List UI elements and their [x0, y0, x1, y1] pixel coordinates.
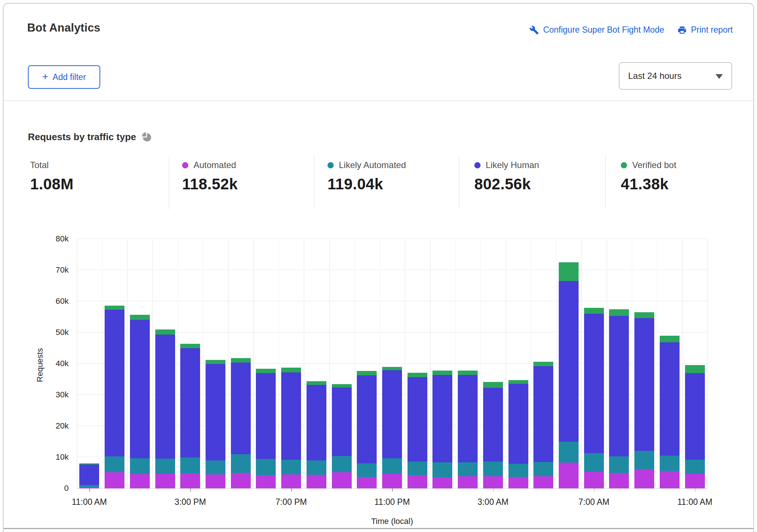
- bar-slot: [279, 239, 304, 488]
- stacked-bar-12-00-am[interactable]: [408, 239, 427, 488]
- segment-verified-bot: [432, 371, 452, 375]
- bar-slot: [329, 239, 354, 488]
- stacked-bar-3-00-am[interactable]: [483, 239, 503, 488]
- segment-verified-bot: [458, 371, 478, 375]
- stacked-bar-6-00-pm[interactable]: [256, 239, 276, 488]
- segment-likely-automated: [634, 451, 654, 469]
- pie-chart-icon: [142, 132, 152, 143]
- stacked-bar-11-00-am[interactable]: [79, 239, 99, 488]
- stat-label: Automated: [193, 160, 236, 170]
- segment-verified-bot: [332, 384, 352, 387]
- stacked-bar-6-00-am[interactable]: [559, 239, 579, 488]
- segment-likely-automated: [533, 462, 553, 476]
- stacked-bar-1-00-am[interactable]: [432, 239, 452, 488]
- stacked-bar-4-00-am[interactable]: [508, 239, 528, 488]
- stat-value: 1.08M: [30, 175, 169, 193]
- stacked-bar-1-00-pm[interactable]: [130, 239, 150, 488]
- segment-automated: [559, 463, 579, 488]
- segment-automated: [206, 474, 225, 488]
- bar-slot: [127, 239, 152, 488]
- segment-automated: [584, 472, 604, 488]
- bar-slot: [657, 239, 682, 488]
- segment-likely-human: [609, 316, 629, 456]
- segment-verified-bot: [357, 371, 377, 376]
- stacked-bar-10-00-pm[interactable]: [357, 239, 377, 488]
- print-report-link[interactable]: Print report: [677, 25, 733, 35]
- stacked-bar-4-00-pm[interactable]: [206, 239, 225, 488]
- bar-slot: [481, 239, 506, 488]
- segment-verified-bot: [609, 309, 629, 316]
- stacked-bar-5-00-am[interactable]: [533, 239, 553, 488]
- segment-automated: [256, 475, 276, 488]
- stacked-bar-3-00-pm[interactable]: [180, 239, 200, 488]
- x-tick: [493, 488, 494, 492]
- section-title-row: Requests by traffic type: [28, 131, 152, 143]
- segment-automated: [105, 472, 124, 488]
- x-tick: [594, 488, 595, 492]
- page-title: Bot Analytics: [27, 21, 101, 34]
- stacked-bar-10-00-am[interactable]: [660, 239, 680, 488]
- segment-verified-bot: [559, 262, 579, 281]
- segment-likely-human: [685, 373, 705, 459]
- segment-likely-automated: [130, 458, 150, 474]
- legend-dot: [182, 162, 188, 168]
- segment-likely-human: [559, 281, 579, 442]
- segment-verified-bot: [231, 358, 251, 363]
- stats-row: Total1.08MAutomated118.52kLikely Automat…: [30, 156, 733, 209]
- stacked-bar-12-00-pm[interactable]: [105, 239, 124, 488]
- segment-likely-human: [307, 385, 326, 460]
- segment-likely-automated: [432, 462, 452, 477]
- bar-slot: [152, 239, 178, 488]
- segment-likely-human: [634, 318, 654, 451]
- segment-likely-automated: [307, 460, 326, 475]
- bar-slot: [581, 239, 606, 488]
- stacked-bar-8-00-pm[interactable]: [307, 239, 326, 488]
- segment-likely-human: [357, 375, 377, 463]
- stacked-bar-7-00-pm[interactable]: [281, 239, 301, 488]
- legend-dot: [474, 162, 481, 168]
- segment-automated: [231, 473, 251, 488]
- stacked-bar-9-00-pm[interactable]: [332, 239, 352, 488]
- stacked-bar-8-00-am[interactable]: [609, 239, 629, 488]
- segment-verified-bot: [584, 308, 604, 314]
- stacked-bar-2-00-am[interactable]: [458, 239, 478, 488]
- bot-analytics-card: Bot Analytics Configure Super Bot Fight …: [3, 3, 754, 532]
- stat-value: 802.56k: [474, 175, 605, 193]
- stat-value: 41.38k: [621, 175, 733, 193]
- segment-verified-bot: [307, 381, 326, 385]
- stacked-bar-11-00-pm[interactable]: [382, 239, 402, 488]
- x-axis-title: Time (local): [371, 517, 413, 526]
- segment-likely-human: [206, 364, 225, 460]
- stacked-bar-7-00-am[interactable]: [584, 239, 604, 488]
- stacked-bar-11-00-am[interactable]: [685, 239, 705, 488]
- segment-likely-human: [408, 377, 427, 462]
- segment-likely-human: [256, 373, 276, 459]
- segment-likely-automated: [281, 460, 301, 474]
- segment-automated: [155, 474, 175, 488]
- segment-automated: [180, 473, 200, 488]
- bar-slot: [354, 239, 380, 488]
- stacked-bar-2-00-pm[interactable]: [155, 239, 175, 488]
- time-range-select[interactable]: Last 24 hours: [619, 62, 732, 90]
- y-tick-label: 50k: [39, 328, 69, 337]
- x-tick-label: 11:00 PM: [374, 497, 410, 507]
- stat-label: Likely Human: [486, 160, 539, 170]
- y-tick-label: 20k: [39, 421, 69, 431]
- add-filter-button[interactable]: + Add filter: [28, 65, 100, 89]
- x-tick-label: 11:00 AM: [677, 497, 712, 507]
- bar-slot: [102, 239, 127, 488]
- stacked-bar-9-00-am[interactable]: [634, 239, 654, 488]
- segment-likely-human: [660, 342, 680, 456]
- segment-verified-bot: [105, 306, 124, 310]
- segment-verified-bot: [408, 373, 427, 378]
- segment-verified-bot: [483, 382, 503, 388]
- segment-automated: [634, 469, 654, 488]
- segment-likely-automated: [231, 454, 251, 473]
- segment-automated: [332, 472, 352, 488]
- stat-label: Total: [30, 160, 49, 170]
- stat-value: 118.52k: [182, 175, 314, 193]
- stacked-bar-5-00-pm[interactable]: [231, 239, 251, 488]
- segment-automated: [685, 474, 705, 488]
- configure-super-bot-fight-mode-link[interactable]: Configure Super Bot Fight Mode: [529, 25, 664, 35]
- bar-slot: [253, 239, 279, 488]
